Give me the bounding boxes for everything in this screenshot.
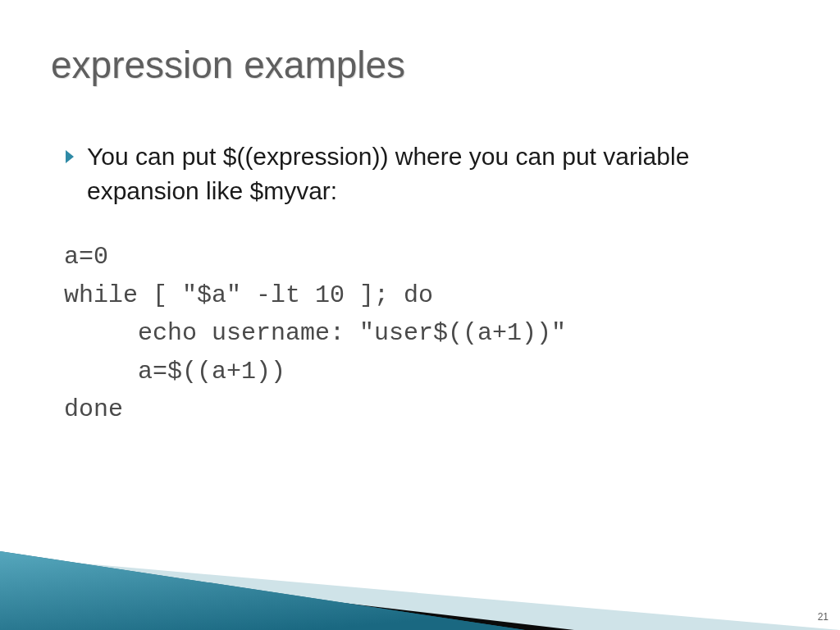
slide: expression examples You can put $((expre…: [0, 0, 840, 630]
page-number: 21: [818, 611, 829, 623]
svg-marker-4: [0, 551, 525, 630]
bullet-text: You can put $((expression)) where you ca…: [87, 139, 783, 208]
svg-marker-3: [0, 551, 525, 630]
svg-marker-0: [66, 150, 74, 163]
bullet-item: You can put $((expression)) where you ca…: [64, 139, 783, 208]
svg-marker-1: [0, 556, 840, 630]
chevron-right-icon: [64, 149, 75, 164]
slide-body: You can put $((expression)) where you ca…: [64, 139, 783, 429]
svg-marker-2: [0, 563, 574, 630]
code-block: a=0 while [ "$a" -lt 10 ]; do echo usern…: [64, 238, 783, 429]
corner-decoration: [0, 499, 840, 630]
slide-title: expression examples: [51, 43, 405, 87]
